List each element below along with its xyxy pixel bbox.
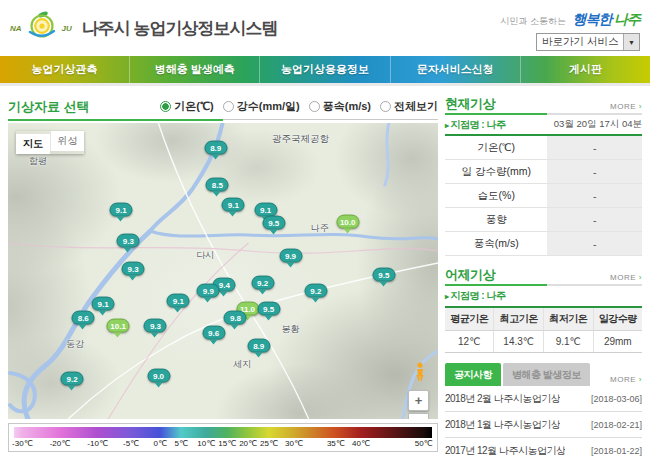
- temp-marker[interactable]: 8.6: [72, 310, 95, 324]
- temp-marker[interactable]: 9.5: [372, 268, 395, 282]
- current-weather-label: 기온(℃): [445, 135, 547, 160]
- temp-marker[interactable]: 9.1: [222, 198, 245, 212]
- temp-marker[interactable]: 9.1: [254, 203, 277, 217]
- temp-marker[interactable]: 9.1: [92, 296, 115, 310]
- radio-circle-icon: [223, 101, 234, 112]
- nav-item-1[interactable]: 농업기상관측: [0, 56, 129, 83]
- scale-tick-label: -30℃: [12, 439, 33, 448]
- temp-marker[interactable]: 9.9: [197, 283, 220, 297]
- scale-tick-label: -5℃: [123, 439, 139, 448]
- temperature-scale-labels: -30℃-20℃-10℃-5℃0℃5℃10℃15℃20℃25℃30℃35℃40℃…: [14, 438, 432, 450]
- temp-marker[interactable]: 9.3: [144, 318, 167, 332]
- temp-marker[interactable]: 9.1: [110, 203, 133, 217]
- yesterday-weather-title: 어제기상: [445, 266, 495, 284]
- nav-item-4[interactable]: 문자서비스신청: [390, 56, 520, 83]
- nav-item-5[interactable]: 게시판: [520, 56, 650, 83]
- current-weather-value: -: [547, 232, 642, 256]
- notice-row[interactable]: 2018년 1월 나주시농업기상[2018-02-21]: [445, 412, 642, 438]
- current-weather-label: 습도(%): [445, 184, 547, 208]
- current-weather-row: 풍속(m/s)-: [445, 232, 642, 256]
- station-name: ▸지점명 : 나주: [445, 289, 505, 303]
- quick-service-select[interactable]: 바로가기 서비스 ▼: [536, 33, 640, 51]
- nav-item-2[interactable]: 병해충 발생예측: [129, 56, 259, 83]
- temp-marker[interactable]: 10.0: [336, 215, 359, 229]
- yesterday-value: 14.3℃: [494, 331, 544, 353]
- weather-type-radio-1[interactable]: 기온(℃): [160, 99, 213, 114]
- temp-marker[interactable]: 9.8: [224, 310, 247, 324]
- notice-date: [2018-01-22]: [591, 446, 642, 456]
- bullet-arrow-icon: ▸: [445, 121, 449, 130]
- zoom-out-button-partial[interactable]: [408, 413, 429, 419]
- logo-ju-text: JU: [62, 24, 72, 33]
- temp-marker[interactable]: 9.0: [147, 368, 170, 382]
- scale-tick-label: -10℃: [87, 439, 108, 448]
- station-name: ▸지점명 : 나주: [445, 118, 505, 132]
- more-arrow-icon: ›: [639, 102, 642, 111]
- notice-row[interactable]: 2018년 2월 나주시농업기상[2018-03-06]: [445, 386, 642, 412]
- satellite-type-button[interactable]: 위성: [50, 131, 84, 151]
- current-weather-title: 현재기상: [445, 95, 495, 113]
- naju-emblem-icon: [26, 10, 58, 46]
- current-weather-value: -: [547, 184, 642, 208]
- temp-marker[interactable]: 9.2: [61, 372, 84, 386]
- scale-tick-label: 50℃: [415, 439, 433, 448]
- yesterday-value: 12℃: [445, 331, 494, 353]
- tab-notices[interactable]: 공지사항: [445, 363, 501, 386]
- temp-marker[interactable]: 9.2: [251, 275, 274, 289]
- yesterday-weather-table: 평균기온최고기온최저기온일강수량 12℃14.3℃9.1℃29mm: [445, 306, 642, 353]
- nav-item-3[interactable]: 농업기상응용정보: [259, 56, 389, 83]
- temp-marker[interactable]: 10.1: [107, 318, 130, 332]
- yesterday-column-header: 최저기온: [543, 307, 593, 331]
- current-weather-table: 기온(℃)-일 강수량(mm)-습도(%)-풍향-풍속(m/s)-: [445, 134, 642, 256]
- temp-marker[interactable]: 9.6: [202, 325, 225, 339]
- yesterday-weather-more-link[interactable]: MORE ›: [610, 273, 642, 284]
- weather-type-radios: 기온(℃)강수(mm/일)풍속(m/s)전체보기: [160, 99, 438, 114]
- tab-pest-info[interactable]: 병해충 발생정보: [503, 363, 590, 386]
- radio-circle-icon: [309, 101, 320, 112]
- map-place-label: 봉황: [282, 322, 300, 335]
- temp-marker[interactable]: 9.3: [117, 233, 140, 247]
- temp-marker[interactable]: 9.9: [279, 248, 302, 262]
- radio-circle-icon: [160, 101, 171, 112]
- temp-marker[interactable]: 8.9: [247, 338, 270, 352]
- notices-more-link[interactable]: MORE ›: [610, 375, 642, 386]
- current-weather-row: 풍향-: [445, 208, 642, 232]
- weather-type-radio-3[interactable]: 풍속(m/s): [309, 99, 371, 114]
- more-arrow-icon: ›: [639, 375, 642, 384]
- scale-tick-label: 10℃: [197, 439, 215, 448]
- pegman-icon[interactable]: [412, 361, 428, 383]
- site-logo[interactable]: NA JU 나주시 농업기상정보시스템: [10, 10, 278, 46]
- temp-marker[interactable]: 9.3: [122, 261, 145, 275]
- map-place-label: 광주국제공항: [272, 133, 329, 146]
- current-weather-more-link[interactable]: MORE ›: [610, 102, 642, 113]
- radio-circle-icon: [380, 101, 391, 112]
- scale-tick-label: 15℃: [218, 439, 236, 448]
- temp-marker[interactable]: 8.9: [204, 141, 227, 155]
- observation-datetime: 03월 20일 17시 04분: [554, 118, 642, 131]
- current-weather-row: 기온(℃)-: [445, 135, 642, 160]
- scale-tick-label: 30℃: [285, 439, 303, 448]
- temp-marker[interactable]: 9.1: [167, 293, 190, 307]
- quick-service-label: 바로가기 서비스: [542, 35, 618, 49]
- weather-type-radio-4[interactable]: 전체보기: [380, 99, 438, 114]
- weather-map[interactable]: 지도 위성 + 함평광주국제공항다시나주동강봉황세지9.19.39.38.98.…: [8, 123, 438, 419]
- scale-tick-label: -20℃: [50, 439, 71, 448]
- yesterday-column-header: 최고기온: [494, 307, 544, 331]
- temp-marker[interactable]: 8.5: [206, 178, 229, 192]
- notice-title: 2018년 1월 나주시농업기상: [445, 418, 560, 432]
- notice-tabs: 공지사항병해충 발생정보MORE ›: [445, 363, 642, 386]
- map-place-label: 다시: [196, 248, 214, 261]
- temp-marker[interactable]: 9.2: [304, 283, 327, 297]
- zoom-in-button[interactable]: +: [408, 390, 429, 411]
- map-type-button[interactable]: 지도: [16, 134, 50, 154]
- temp-marker[interactable]: 9.5: [257, 301, 280, 315]
- notice-list: 2018년 2월 나주시농업기상[2018-03-06]2018년 1월 나주시…: [445, 386, 642, 459]
- weather-type-radio-2[interactable]: 강수(mm/일): [223, 99, 300, 114]
- temp-marker[interactable]: 9.5: [262, 216, 285, 230]
- current-weather-row: 습도(%)-: [445, 184, 642, 208]
- scale-tick-label: 40℃: [352, 439, 370, 448]
- scale-tick-label: 5℃: [174, 439, 187, 448]
- map-place-label: 동강: [66, 337, 84, 350]
- notice-row[interactable]: 2017년 12월 나주시농업기상[2018-01-22]: [445, 438, 642, 459]
- current-weather-label: 풍향: [445, 208, 547, 232]
